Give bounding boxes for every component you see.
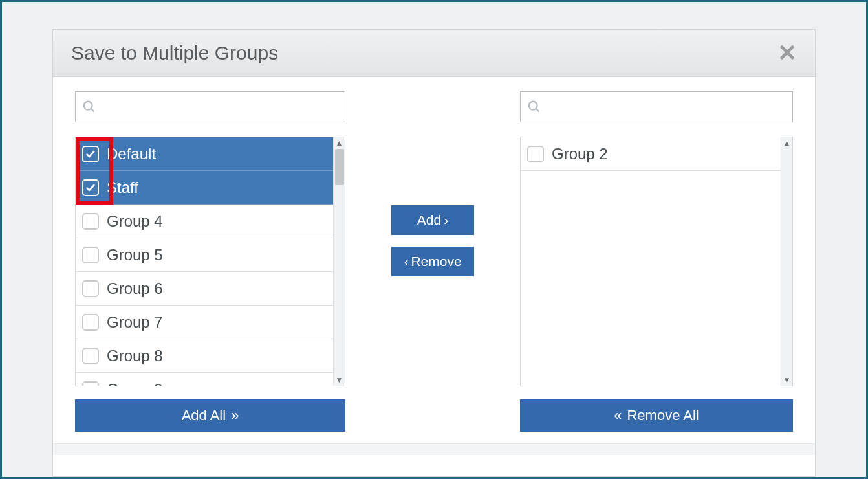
add-all-button[interactable]: Add All » — [75, 399, 345, 432]
selected-groups-column: Group 2 ▲ ▼ « Remove All — [520, 91, 793, 432]
add-label: Add — [417, 212, 441, 228]
add-all-label: Add All — [182, 407, 226, 424]
scroll-up-icon[interactable]: ▲ — [781, 137, 792, 149]
list-item-label: Group 9 — [107, 381, 163, 386]
scroll-down-icon[interactable]: ▼ — [334, 374, 345, 386]
double-chevron-right-icon: » — [231, 407, 239, 424]
list-item-label: Group 8 — [107, 347, 163, 365]
list-item[interactable]: Staff — [76, 171, 333, 205]
checkbox[interactable] — [82, 179, 99, 196]
checkbox[interactable] — [82, 381, 99, 386]
remove-label: Remove — [411, 254, 461, 269]
scroll-thumb[interactable] — [335, 149, 344, 185]
scrollbar[interactable]: ▲ ▼ — [333, 137, 345, 386]
list-item[interactable]: Group 6 — [76, 272, 333, 306]
list-item[interactable]: Group 7 — [76, 306, 333, 339]
add-button[interactable]: Add › — [391, 205, 474, 235]
checkbox[interactable] — [527, 146, 544, 162]
dialog-header: Save to Multiple Groups ✕ — [53, 30, 815, 77]
double-chevron-left-icon: « — [614, 407, 622, 424]
chevron-right-icon: › — [444, 212, 448, 228]
list-item[interactable]: Group 5 — [76, 238, 333, 272]
transfer-buttons-column: Add › ‹ Remove — [345, 91, 520, 276]
dialog-body: DefaultStaffGroup 4Group 5Group 6Group 7… — [53, 77, 815, 432]
svg-point-2 — [529, 102, 537, 110]
scroll-down-icon[interactable]: ▼ — [781, 374, 792, 386]
available-groups-list: DefaultStaffGroup 4Group 5Group 6Group 7… — [75, 137, 345, 386]
search-icon — [82, 100, 96, 114]
available-groups-column: DefaultStaffGroup 4Group 5Group 6Group 7… — [75, 91, 345, 432]
checkbox[interactable] — [82, 348, 99, 364]
checkbox[interactable] — [82, 280, 99, 297]
checkbox[interactable] — [82, 146, 99, 162]
available-search[interactable] — [75, 91, 345, 122]
selected-search[interactable] — [520, 91, 793, 122]
scrollbar[interactable]: ▲ ▼ — [781, 137, 792, 386]
chevron-left-icon: ‹ — [404, 254, 408, 269]
checkbox[interactable] — [82, 213, 99, 230]
svg-line-3 — [536, 109, 539, 112]
selected-groups-list: Group 2 ▲ ▼ — [520, 137, 793, 386]
search-icon — [527, 100, 541, 114]
checkbox[interactable] — [82, 314, 99, 331]
list-item-label: Group 6 — [107, 280, 163, 298]
list-item-label: Group 2 — [552, 145, 608, 163]
svg-line-1 — [91, 109, 94, 112]
selected-search-input[interactable] — [541, 100, 786, 115]
list-item-label: Default — [107, 145, 156, 163]
scroll-up-icon[interactable]: ▲ — [334, 137, 345, 149]
save-to-groups-dialog: Save to Multiple Groups ✕ DefaultStaffGr… — [52, 29, 816, 477]
list-item[interactable]: Group 2 — [521, 137, 781, 171]
remove-all-label: Remove All — [627, 407, 699, 424]
list-item-label: Group 4 — [107, 212, 163, 230]
remove-button[interactable]: ‹ Remove — [391, 247, 474, 276]
list-item[interactable]: Group 8 — [76, 339, 333, 373]
svg-point-0 — [84, 102, 92, 110]
close-icon[interactable]: ✕ — [777, 41, 797, 65]
list-item-label: Staff — [107, 179, 138, 197]
list-item-label: Group 7 — [107, 313, 163, 331]
list-item-label: Group 5 — [107, 246, 163, 264]
remove-all-button[interactable]: « Remove All — [520, 399, 793, 432]
list-item[interactable]: Default — [76, 137, 333, 171]
checkbox[interactable] — [82, 247, 99, 263]
dialog-title: Save to Multiple Groups — [71, 42, 278, 64]
available-search-input[interactable] — [96, 100, 338, 115]
list-item[interactable]: Group 4 — [76, 205, 333, 238]
dialog-footer-strip — [53, 443, 815, 455]
list-item[interactable]: Group 9 — [76, 373, 333, 386]
